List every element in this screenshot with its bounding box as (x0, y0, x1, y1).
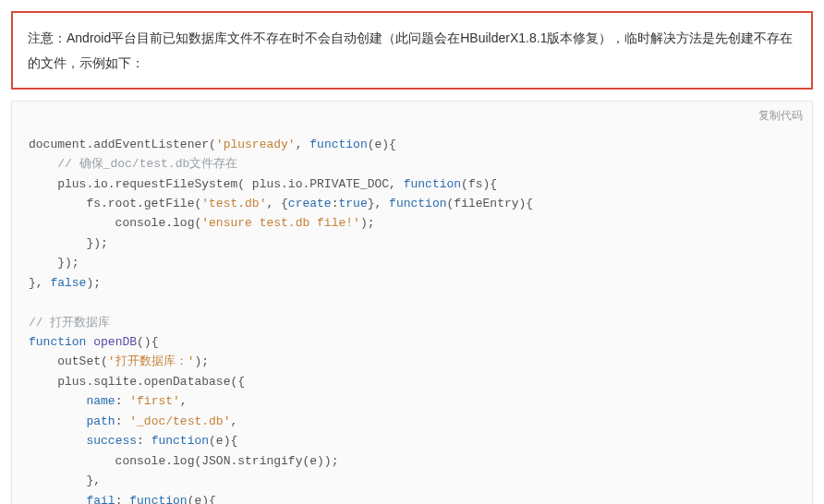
boolean-false: false (50, 276, 86, 290)
string-literal: 'ensure test.db file!' (201, 216, 360, 230)
string-literal: 'first' (129, 394, 180, 408)
comment-line: // 确保_doc/test.db文件存在 (57, 157, 237, 171)
string-literal: '打开数据库：' (108, 354, 195, 368)
keyword-function: function (404, 177, 461, 191)
keyword-function: function (309, 138, 367, 151)
object-key: fail (86, 494, 115, 505)
copy-code-button[interactable]: 复制代码 (758, 107, 803, 126)
function-name: openDB (93, 335, 137, 349)
code-block: 复制代码document.addEventListener('plusready… (11, 101, 813, 504)
alert-text: 注意：Android平台目前已知数据库文件不存在时不会自动创建（此问题会在HBu… (28, 30, 793, 70)
keyword-function: function (29, 335, 86, 349)
keyword-function: function (389, 197, 446, 210)
keyword-function: function (129, 494, 187, 505)
object-key: path (86, 414, 115, 428)
string-literal: '_doc/test.db' (129, 414, 230, 428)
string-literal: 'plusready' (216, 138, 296, 151)
alert-box: 注意：Android平台目前已知数据库文件不存在时不会自动创建（此问题会在HBu… (11, 11, 813, 90)
boolean-true: true (338, 197, 367, 210)
object-key: name (86, 394, 115, 408)
string-literal: 'test.db' (201, 197, 266, 210)
code-content: document.addEventListener('plusready', f… (29, 138, 533, 504)
object-key: success (86, 434, 137, 448)
object-key: create (288, 197, 332, 210)
keyword-function: function (151, 434, 209, 448)
comment-line: // 打开数据库 (29, 316, 110, 330)
